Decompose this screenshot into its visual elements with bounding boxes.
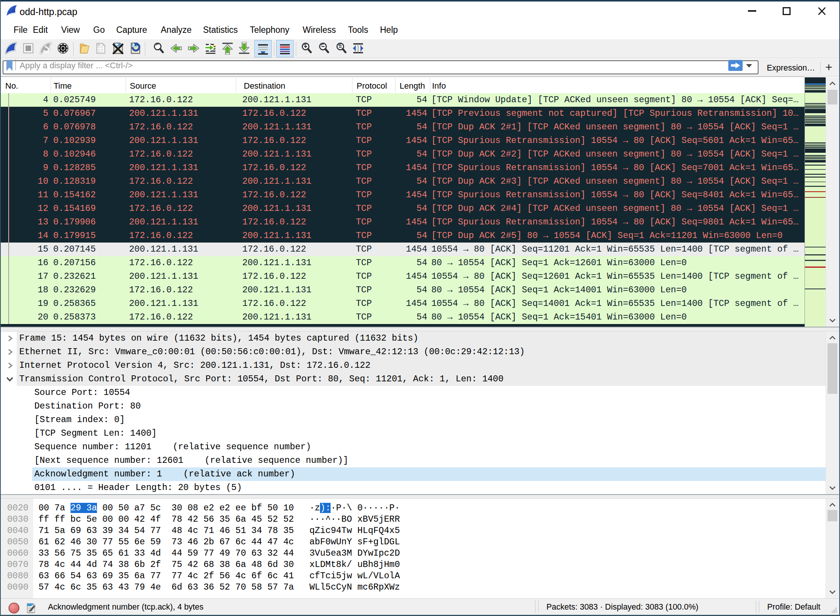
svg-text:0111: 0111: [97, 51, 103, 54]
svg-text:01100: 01100: [28, 611, 34, 614]
